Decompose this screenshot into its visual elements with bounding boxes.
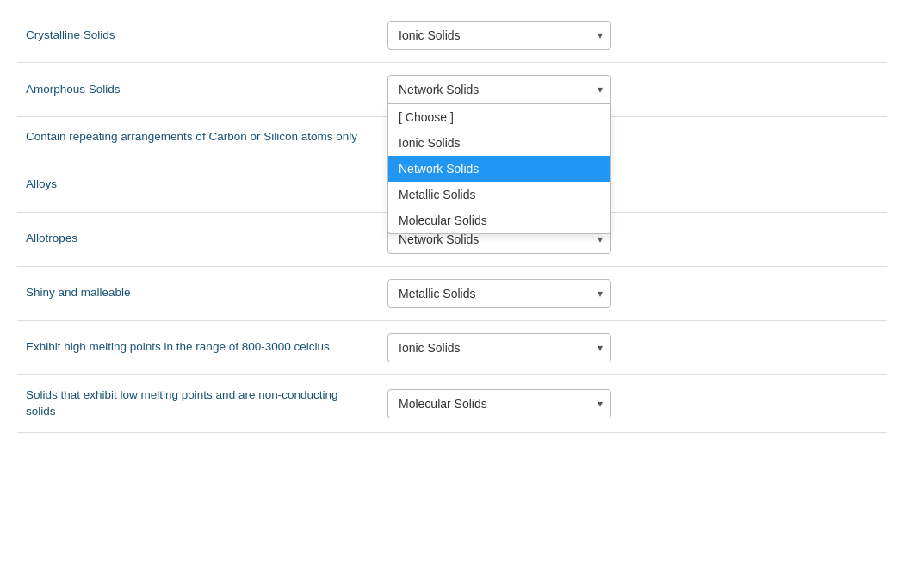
row-control-high-melting-points: [ Choose ]Ionic SolidsNetwork SolidsMeta… — [387, 333, 878, 362]
select-amorphous-solids[interactable]: [ Choose ]Ionic SolidsNetwork SolidsMeta… — [387, 75, 611, 104]
row-control-amorphous-solids: [ Choose ]Ionic SolidsNetwork SolidsMeta… — [387, 75, 878, 104]
dropdown-option[interactable]: [ Choose ] — [388, 104, 610, 130]
select-wrapper-low-melting-nonconducting: [ Choose ]Ionic SolidsNetwork SolidsMeta… — [387, 389, 611, 418]
row-label-amorphous-solids: Amorphous Solids — [26, 82, 387, 98]
dropdown-list-amorphous-solids: [ Choose ]Ionic SolidsNetwork SolidsMeta… — [387, 104, 611, 234]
select-crystalline-solids[interactable]: [ Choose ]Ionic SolidsNetwork SolidsMeta… — [387, 21, 611, 50]
row-label-low-melting-nonconducting: Solids that exhibit low melting points a… — [26, 387, 387, 420]
select-high-melting-points[interactable]: [ Choose ]Ionic SolidsNetwork SolidsMeta… — [387, 333, 611, 362]
row-label-alloys: Alloys — [26, 176, 387, 193]
select-low-melting-nonconducting[interactable]: [ Choose ]Ionic SolidsNetwork SolidsMeta… — [387, 389, 611, 418]
row-control-crystalline-solids: [ Choose ]Ionic SolidsNetwork SolidsMeta… — [387, 21, 878, 50]
row-shiny-malleable: Shiny and malleable[ Choose ]Ionic Solid… — [17, 267, 887, 321]
select-wrapper-crystalline-solids: [ Choose ]Ionic SolidsNetwork SolidsMeta… — [387, 21, 611, 50]
row-control-shiny-malleable: [ Choose ]Ionic SolidsNetwork SolidsMeta… — [387, 279, 878, 308]
row-crystalline-solids: Crystalline Solids[ Choose ]Ionic Solids… — [17, 9, 887, 63]
row-label-crystalline-solids: Crystalline Solids — [26, 28, 387, 44]
dropdown-option[interactable]: Ionic Solids — [388, 130, 610, 156]
main-container: Crystalline Solids[ Choose ]Ionic Solids… — [0, 0, 904, 442]
row-label-allotropes: Allotropes — [26, 231, 387, 247]
row-label-high-melting-points: Exhibit high melting points in the range… — [26, 339, 387, 356]
dropdown-option[interactable]: Metallic Solids — [388, 182, 610, 207]
dropdown-option[interactable]: Molecular Solids — [388, 207, 610, 233]
row-high-melting-points: Exhibit high melting points in the range… — [17, 321, 887, 375]
select-shiny-malleable[interactable]: [ Choose ]Ionic SolidsNetwork SolidsMeta… — [387, 279, 611, 308]
dropdown-option[interactable]: Network Solids — [388, 156, 610, 182]
row-label-shiny-malleable: Shiny and malleable — [26, 285, 387, 301]
select-wrapper-shiny-malleable: [ Choose ]Ionic SolidsNetwork SolidsMeta… — [387, 279, 611, 308]
row-label-contain-repeating: Contain repeating arrangements of Carbon… — [26, 129, 387, 145]
row-amorphous-solids: Amorphous Solids[ Choose ]Ionic SolidsNe… — [17, 63, 887, 117]
row-low-melting-nonconducting: Solids that exhibit low melting points a… — [17, 375, 887, 433]
row-control-low-melting-nonconducting: [ Choose ]Ionic SolidsNetwork SolidsMeta… — [387, 389, 878, 418]
select-wrapper-amorphous-solids: [ Choose ]Ionic SolidsNetwork SolidsMeta… — [387, 75, 611, 104]
select-wrapper-high-melting-points: [ Choose ]Ionic SolidsNetwork SolidsMeta… — [387, 333, 611, 362]
